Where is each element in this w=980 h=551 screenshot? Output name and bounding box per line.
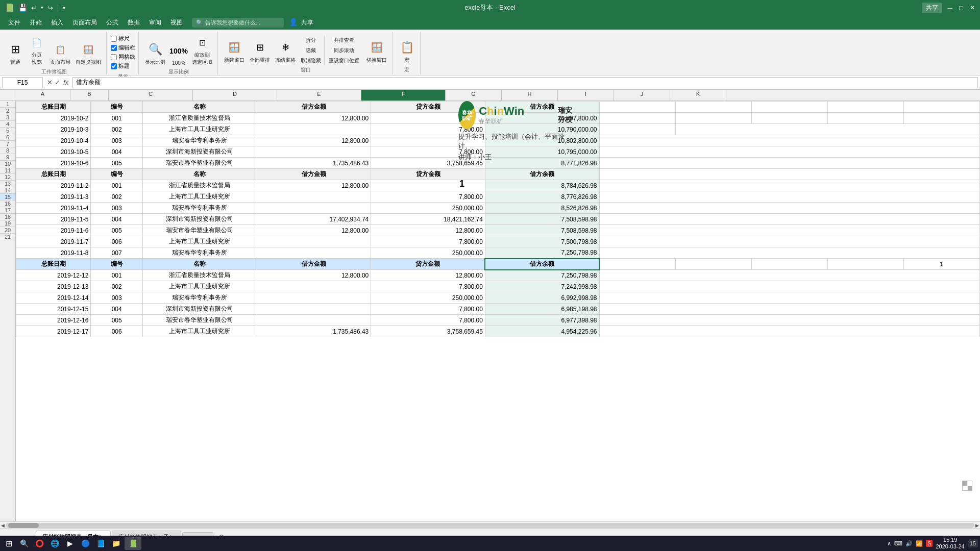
cell-D21[interactable]: 1,735,486.43	[257, 326, 371, 337]
row-num-5[interactable]: 5	[0, 128, 15, 134]
cell-C6[interactable]: 瑞安市春华塑业有限公司	[143, 158, 257, 169]
menu-item-审阅[interactable]: 审阅	[145, 17, 165, 29]
menu-item-数据[interactable]: 数据	[124, 17, 144, 29]
cell-F13[interactable]: 7,500,798.98	[485, 236, 599, 247]
menu-item-插入[interactable]: 插入	[47, 17, 67, 29]
row-num-2[interactable]: 2	[0, 108, 15, 114]
menu-item-视图[interactable]: 视图	[166, 17, 187, 29]
cell-C7[interactable]: 名称	[143, 169, 257, 180]
cell-F1[interactable]: 借方余额	[485, 102, 599, 113]
cell-D12[interactable]: 12,800.00	[257, 225, 371, 236]
split-button[interactable]: 拆分	[299, 36, 323, 45]
cell-A13[interactable]: 2019-11-7	[16, 236, 91, 247]
cell-H2[interactable]	[675, 113, 751, 124]
cell-D10[interactable]	[257, 203, 371, 214]
tray-volume[interactable]: 🔊	[905, 540, 913, 547]
scroll-right-btn[interactable]: ▶	[975, 523, 979, 528]
cell-A18[interactable]: 2019-12-14	[16, 292, 91, 304]
cell-F12[interactable]: 7,508,598.98	[485, 225, 599, 236]
switch-window-button[interactable]: 🪟 切换窗口	[364, 38, 389, 65]
cell-C19[interactable]: 深圳市海新投资有限公司	[143, 304, 257, 315]
cell-A15[interactable]: 总账日期	[16, 259, 91, 270]
side-by-side-button[interactable]: 并排查看	[327, 36, 361, 45]
cell-E20[interactable]: 7,800.00	[371, 315, 485, 326]
cell-G1[interactable]	[599, 102, 675, 113]
cell-F18[interactable]: 6,992,998.98	[485, 292, 599, 304]
hide-button[interactable]: 隐藏	[299, 46, 323, 55]
row-num-14[interactable]: 14	[0, 187, 15, 194]
row-num-8[interactable]: 8	[0, 147, 15, 154]
menu-item-页面布局[interactable]: 页面布局	[68, 17, 101, 29]
app3-btn[interactable]: 📘	[94, 537, 107, 550]
cell-A8[interactable]: 2019-11-2	[16, 180, 91, 191]
cell-C4[interactable]: 瑞安春华专利事务所	[143, 135, 257, 146]
cell-B3[interactable]: 002	[91, 124, 143, 135]
redo-icon[interactable]: ↪	[47, 4, 53, 12]
cell-C20[interactable]: 瑞安市春华塑业有限公司	[143, 315, 257, 326]
menu-item-公式[interactable]: 公式	[102, 17, 122, 29]
cell-B18[interactable]: 003	[91, 292, 143, 304]
cell-F17[interactable]: 7,242,998.98	[485, 281, 599, 292]
col-header-A[interactable]: A	[15, 90, 70, 101]
cell-E15[interactable]: 贷方金额	[371, 259, 485, 270]
cell-E12[interactable]: 12,800.00	[371, 225, 485, 236]
col-header-B[interactable]: B	[70, 90, 109, 101]
cell-D5[interactable]	[257, 146, 371, 158]
cell-C21[interactable]: 上海市工具工业研究所	[143, 326, 257, 337]
row-num-10[interactable]: 10	[0, 161, 15, 167]
cell-E18[interactable]: 250,000.00	[371, 292, 485, 304]
cell-G2[interactable]	[599, 113, 675, 124]
custom-views-button[interactable]: 🪟 自定义视图	[74, 40, 103, 67]
cell-D1[interactable]: 借方金额	[257, 102, 371, 113]
cell-K1[interactable]	[903, 102, 979, 113]
cell-B5[interactable]: 004	[91, 146, 143, 158]
h-scroll-thumb[interactable]	[8, 523, 39, 528]
cell-C11[interactable]: 深圳市海新投资有限公司	[143, 214, 257, 225]
cell-D19[interactable]	[257, 304, 371, 315]
cell-F4[interactable]: 10,802,800.00	[485, 135, 599, 146]
row-num-6[interactable]: 6	[0, 134, 15, 141]
row-num-19[interactable]: 19	[0, 220, 15, 227]
cell-B9[interactable]: 002	[91, 191, 143, 203]
cell-C2[interactable]: 浙江省质量技术监督局	[143, 113, 257, 124]
cell-B19[interactable]: 004	[91, 304, 143, 315]
cell-E21[interactable]: 3,758,659.45	[371, 326, 485, 337]
cell-E8[interactable]	[371, 180, 485, 191]
cell-B12[interactable]: 005	[91, 225, 143, 236]
cell-E10[interactable]: 250,000.00	[371, 203, 485, 214]
cell-F19[interactable]: 6,985,198.98	[485, 304, 599, 315]
cell-I2[interactable]	[751, 113, 827, 124]
cell-A21[interactable]: 2019-12-17	[16, 326, 91, 337]
menu-item-文件[interactable]: 文件	[4, 17, 24, 29]
cell-C14[interactable]: 瑞安春华专利事务所	[143, 247, 257, 259]
cell-H1[interactable]	[675, 102, 751, 113]
scroll-left-btn[interactable]: ◀	[1, 523, 5, 528]
cell-D17[interactable]	[257, 281, 371, 292]
arrange-all-button[interactable]: ⊞ 全部重排	[248, 38, 272, 65]
cell-A11[interactable]: 2019-11-5	[16, 214, 91, 225]
edge-btn[interactable]: 🌐	[48, 537, 61, 550]
cell-A7[interactable]: 总账日期	[16, 169, 91, 180]
col-header-C[interactable]: C	[109, 90, 193, 101]
cell-G15[interactable]	[599, 259, 675, 270]
search-taskbar-btn[interactable]: 🔍	[17, 537, 31, 550]
col-header-K[interactable]: K	[670, 90, 726, 101]
cell-F15[interactable]: 借方余额	[485, 259, 599, 270]
cell-D3[interactable]	[257, 124, 371, 135]
cell-D15[interactable]: 借方金额	[257, 259, 371, 270]
cell-C9[interactable]: 上海市工具工业研究所	[143, 191, 257, 203]
formula-bar-checkbox[interactable]: 编辑栏	[111, 44, 135, 52]
cell-A17[interactable]: 2019-12-13	[16, 281, 91, 292]
cell-E3[interactable]: 7,800.00	[371, 124, 485, 135]
row-num-16[interactable]: 16	[0, 201, 15, 207]
undo-icon[interactable]: ↩	[31, 4, 37, 12]
ruler-checkbox[interactable]: 标尺	[111, 35, 135, 42]
cell-B14[interactable]: 007	[91, 247, 143, 259]
col-header-J[interactable]: J	[614, 90, 670, 101]
unhide-button[interactable]: 取消隐藏	[299, 56, 323, 65]
share-button[interactable]: 共享	[922, 3, 942, 13]
col-header-H[interactable]: H	[502, 90, 558, 101]
chrome-btn[interactable]: 🔵	[79, 537, 92, 550]
cell-B4[interactable]: 003	[91, 135, 143, 146]
cell-B1[interactable]: 编号	[91, 102, 143, 113]
